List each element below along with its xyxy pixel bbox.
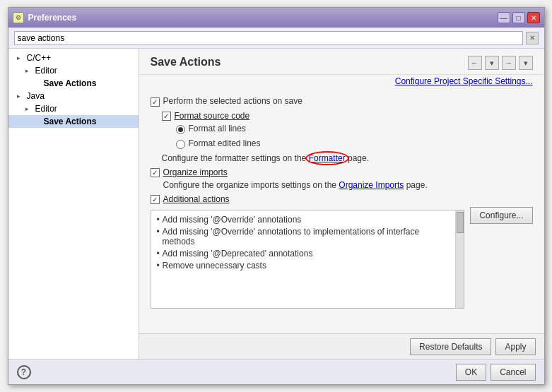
- organize-imports-text-before: Configure the organize imports settings …: [163, 180, 339, 190]
- format-source-checkbox[interactable]: [162, 112, 171, 121]
- additional-list-section: Add missing '@Override' annotations Add …: [151, 207, 533, 309]
- organize-imports-row: Organize imports: [151, 167, 533, 177]
- window-icon: ⚙: [13, 12, 24, 23]
- sidebar: ▸ C/C++ ▸ Editor Save Actions ▸ Java ▸ E…: [8, 49, 139, 359]
- additional-actions-checkbox[interactable]: [151, 195, 160, 204]
- sidebar-item-cpp-editor[interactable]: ▸ Editor: [8, 64, 139, 77]
- sidebar-label: Editor: [35, 104, 57, 114]
- content-body: Perform the selected actions on save For…: [139, 89, 544, 333]
- ok-button[interactable]: OK: [456, 364, 486, 381]
- cancel-button[interactable]: Cancel: [491, 364, 535, 381]
- sidebar-item-cpp[interactable]: ▸ C/C++: [8, 52, 139, 64]
- list-item: Add missing '@Override' annotations: [157, 215, 453, 225]
- organize-imports-link[interactable]: Organize Imports: [339, 180, 404, 190]
- organize-imports-label: Organize imports: [163, 167, 228, 177]
- sidebar-label: Editor: [35, 66, 57, 76]
- content-header: Save Actions ← ▾ → ▾: [139, 49, 544, 75]
- back-dropdown-button[interactable]: ▾: [485, 56, 499, 70]
- format-all-lines-row: Format all lines: [176, 124, 533, 136]
- help-button[interactable]: ?: [17, 365, 31, 379]
- restore-defaults-button[interactable]: Restore Defaults: [410, 338, 491, 355]
- additional-actions-row: Additional actions: [151, 194, 533, 204]
- list-scrollbar[interactable]: [455, 210, 464, 308]
- additional-actions-section: Additional actions Add missing '@Overrid…: [151, 194, 533, 309]
- configure-project-link[interactable]: Configure Project Specific Settings...: [395, 76, 533, 86]
- additional-actions-label: Additional actions: [163, 194, 230, 204]
- main-area: ▸ C/C++ ▸ Editor Save Actions ▸ Java ▸ E…: [8, 49, 544, 359]
- minimize-button[interactable]: —: [498, 12, 510, 23]
- organize-imports-text-after: page.: [404, 180, 427, 190]
- configure-button[interactable]: Configure...: [470, 207, 532, 224]
- list-item: Remove unnecessary casts: [157, 261, 453, 271]
- sidebar-label: C/C++: [27, 53, 52, 63]
- sidebar-label: Java: [27, 91, 45, 101]
- sidebar-item-java-save-actions[interactable]: Save Actions: [8, 115, 139, 128]
- close-button[interactable]: ✕: [527, 12, 540, 23]
- menu-button[interactable]: ▾: [519, 56, 533, 70]
- forward-button[interactable]: →: [502, 56, 516, 70]
- list-item: Add missing '@Deprecated' annotations: [157, 249, 453, 259]
- formatter-text-after: page.: [346, 153, 369, 163]
- sidebar-item-java-editor[interactable]: ▸ Editor: [8, 102, 139, 115]
- footer-buttons: OK Cancel: [456, 364, 536, 381]
- sidebar-label: Save Actions: [44, 117, 97, 126]
- format-all-lines-radio[interactable]: [176, 125, 185, 134]
- organize-imports-text-row: Configure the organize imports settings …: [151, 180, 533, 190]
- scrollbar-thumb: [457, 212, 464, 233]
- title-bar: ⚙ Preferences — □ ✕: [8, 8, 544, 28]
- search-input[interactable]: [14, 31, 523, 45]
- arrow-icon: ▸: [17, 54, 25, 61]
- preferences-window: ⚙ Preferences — □ ✕ ✕ ▸ C/C++ ▸ Editor S…: [8, 7, 545, 385]
- search-bar: ✕: [8, 28, 544, 49]
- perform-actions-row: Perform the selected actions on save: [151, 96, 533, 108]
- format-source-row: Format source code: [162, 111, 533, 121]
- content-panel: Save Actions ← ▾ → ▾ Configure Project S…: [139, 49, 544, 359]
- search-clear-button[interactable]: ✕: [526, 32, 539, 44]
- format-source-label: Format source code: [175, 111, 250, 121]
- content-toolbar: ← ▾ → ▾: [468, 56, 533, 70]
- window-controls: — □ ✕: [498, 12, 540, 23]
- sidebar-item-java[interactable]: ▸ Java: [8, 90, 139, 102]
- format-edited-lines-label: Format edited lines: [189, 138, 261, 148]
- footer-bar: ? OK Cancel: [8, 359, 544, 384]
- back-button[interactable]: ←: [468, 56, 482, 70]
- bottom-bar: Restore Defaults Apply: [139, 333, 544, 359]
- arrow-icon: ▸: [17, 93, 25, 100]
- formatter-text-before: Configure the formatter settings on the: [162, 153, 309, 163]
- perform-actions-label: Perform the selected actions on save: [163, 96, 303, 106]
- list-item: Add missing '@Override' annotations to i…: [157, 227, 453, 247]
- content-title: Save Actions: [151, 56, 221, 69]
- window-title: Preferences: [28, 13, 493, 23]
- sidebar-label: Save Actions: [44, 78, 97, 88]
- additional-actions-list: Add missing '@Override' annotations Add …: [151, 210, 465, 309]
- format-edited-lines-radio[interactable]: [176, 140, 185, 149]
- arrow-icon: ▸: [25, 67, 34, 74]
- list-content: Add missing '@Override' annotations Add …: [157, 215, 453, 304]
- sidebar-item-cpp-save-actions[interactable]: Save Actions: [8, 77, 139, 90]
- organize-imports-checkbox[interactable]: [151, 168, 160, 177]
- arrow-icon: ▸: [25, 105, 34, 112]
- formatter-link[interactable]: Formatter: [309, 153, 346, 163]
- perform-actions-checkbox[interactable]: [151, 97, 160, 107]
- formatter-text-row: Configure the formatter settings on the …: [162, 153, 533, 163]
- format-edited-lines-row: Format edited lines: [176, 138, 533, 150]
- format-all-lines-label: Format all lines: [189, 124, 246, 133]
- apply-button[interactable]: Apply: [495, 338, 535, 355]
- maximize-button[interactable]: □: [512, 12, 525, 23]
